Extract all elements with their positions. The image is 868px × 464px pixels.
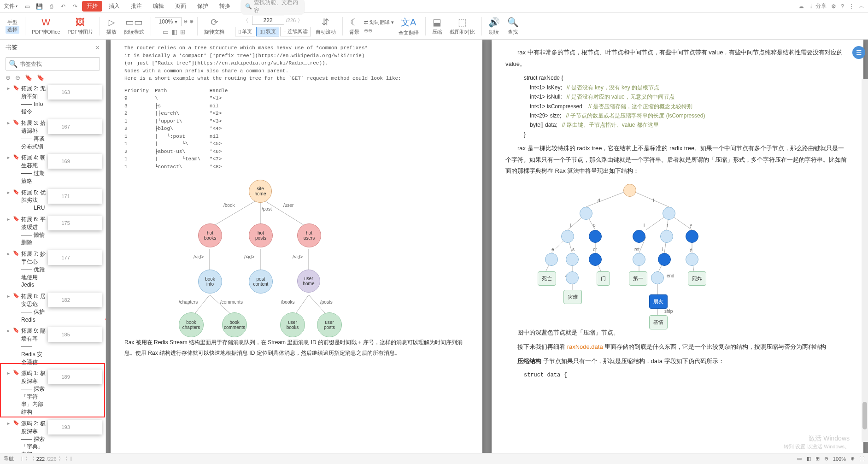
bookmark-icon: 🔖 [13,119,19,125]
expand-arrow-icon[interactable] [7,86,13,91]
zoom-in-icon[interactable]: ⊕ [189,18,194,24]
tab-protect[interactable]: 保护 [193,0,213,12]
read-aloud-button[interactable]: 🔊 朗读 [486,13,503,39]
bookmark-search[interactable]: 🔍 [6,57,100,70]
single-page-button[interactable]: ▯ 单页 [235,27,255,36]
bookmark-page-number: 167 [48,119,102,134]
fullscreen-icon[interactable]: ⛶ [859,456,864,462]
play-button[interactable]: ▷ 播放 [104,13,119,39]
expand-arrow-icon[interactable] [7,328,13,333]
r-para5: 压缩结构 子节点如果只有一个，那就是压缩结构，data 字段如下伪代码所示： [505,356,850,367]
fit-icon-2[interactable]: ◧ [171,28,177,35]
zoom-select[interactable]: 100% ▾ [155,17,182,26]
global-search[interactable]: 🔍 查找功能、文档内容 [240,0,305,15]
scrollbar-thumb[interactable] [862,402,867,429]
expand-arrow-icon[interactable] [7,155,13,160]
expand-arrow-icon[interactable] [7,421,13,426]
hand-tool[interactable]: 手型 [7,19,18,26]
bookmark-item[interactable]: 🔖 拓展 9: 隔墙有耳 —— Redis 安全通信 185 [0,325,106,368]
zoom-out-status[interactable]: ⊖ [824,456,828,462]
more-icon[interactable]: ⋮ [849,3,854,10]
share-button[interactable]: ⭳ 分享 [809,2,827,10]
bookmark-opt2-icon[interactable]: 🔖 [37,74,44,81]
find-button[interactable]: 🔍 查找 [504,13,522,39]
float-badge[interactable]: ☰ [852,46,865,59]
nav-prev-icon[interactable]: 〈 [29,455,35,462]
bookmark-item[interactable]: 🔖 源码 1: 极度深寒 —— 探索「字符串」内部结构 189 [0,368,106,418]
expand-arrow-icon[interactable] [7,217,13,222]
tab-convert[interactable]: 转换 [215,0,235,12]
double-page-button[interactable]: ▯▯ 双页 [256,27,279,36]
scrollbar[interactable] [862,79,868,442]
speaker-icon: 🔊 [488,17,500,28]
pdf-to-office-button[interactable]: W PDF转Office [29,13,63,39]
expand-arrow-icon[interactable] [7,294,13,299]
tab-insert[interactable]: 插入 [104,0,124,12]
bookmark-list[interactable]: 🔖 拓展 2: 无所不知 —— Info 指令 163 🔖 拓展 3: 拾遗漏补… [0,83,106,453]
collapse-icon[interactable]: ︿ [859,2,864,10]
reading-mode-button[interactable]: ▭▭ 阅读模式 [121,13,147,39]
print-icon[interactable]: ⎙ [46,1,56,12]
page-number-input[interactable] [252,16,284,25]
full-translate-button[interactable]: 文A 全文翻译 [396,13,422,39]
zoom-out-icon[interactable]: ⊖ [183,18,188,24]
prev-page-icon[interactable]: 〈 [241,17,250,24]
sidebar-title: 书签 [6,43,18,52]
bookmark-item[interactable]: 🔖 拓展 4: 朝生暮死 —— 过期策略 169 [0,152,106,187]
bookmark-item[interactable]: 🔖 拓展 8: 居安思危 —— 保护 Redis 182 [0,291,106,325]
help-icon[interactable]: ? [841,3,844,10]
pdf-to-image-button[interactable]: 🖼 PDF转图片 [65,13,96,39]
bookmark-item[interactable]: 🔖 源码 2: 极度深寒 —— 探索「字典」内部 193 [0,418,106,453]
bookmark-label: 拓展 8: 居安思危 —— 保护 Redis [21,293,48,323]
bookmark-item[interactable]: 🔖 拓展 3: 拾遗漏补 —— 再谈分布式锁 167 [0,117,106,152]
gear-icon[interactable]: ⚙ [831,3,836,10]
next-page-icon[interactable]: 〉 [296,17,305,24]
fit-icon-3[interactable]: ⊞ [180,28,186,35]
bookmark-page-number: 169 [48,154,102,169]
tab-edit[interactable]: 编辑 [148,0,169,12]
tab-annotate[interactable]: 批注 [126,0,147,12]
view-icon-2[interactable]: ◧ [806,456,811,462]
bookmark-item[interactable]: 🔖 拓展 7: 妙手仁心 —— 优雅地使用 Jedis 177 [0,248,106,291]
add-bookmark-icon[interactable]: ⊕ [6,74,11,81]
bookmark-item[interactable]: 🔖 拓展 2: 无所不知 —— Info 指令 163 [0,83,106,117]
save-icon[interactable]: 💾 [34,1,44,12]
auto-scroll-button[interactable]: ⇵ 自动滚动 [313,13,339,39]
r-para3: 图中的深蓝色节点就是「压缩」节点。 [505,327,850,339]
cloud-icon[interactable]: ☁ [798,3,804,10]
rotate-button[interactable]: ⟳ 旋转文档 [201,13,227,39]
expand-arrow-icon[interactable] [7,120,13,125]
compress-button[interactable]: ⬓ 压缩 [429,13,445,39]
tab-start[interactable]: 开始 [82,1,102,12]
struct-block: struct raxNode { int<1> isKey; // 是否没有 k… [524,73,850,139]
file-menu[interactable]: 文件 ▾ [4,2,18,10]
bookmark-page-number: 163 [48,85,102,100]
expand-arrow-icon[interactable] [7,190,13,195]
bookmark-item[interactable]: 🔖 拓展 6: 平波缓进 —— 懒惰删除 175 [0,214,106,248]
expand-arrow-icon[interactable] [7,251,13,256]
expand-arrow-icon[interactable] [7,370,13,376]
undo-icon[interactable]: ↶ [58,1,68,12]
tab-page[interactable]: 页面 [170,0,191,12]
nav-next-icon[interactable]: 〉 [59,455,64,462]
continuous-button[interactable]: ≡ 连续阅读 [280,27,311,36]
fit-icon-1[interactable]: ▭ [163,28,169,35]
word-translate-button[interactable]: ⇄ 划词翻译 ▾ [364,19,394,26]
bookmark-opt-icon[interactable]: 🔖 [25,74,32,81]
select-tool[interactable]: 选择 [6,26,19,34]
del-bookmark-icon[interactable]: ⊖ [15,74,20,81]
document-viewport[interactable]: The router relies on a tree structure wh… [106,40,868,453]
view-icon-3[interactable]: ⊞ [815,456,820,462]
open-icon[interactable]: ▭ [22,1,32,12]
bookmark-search-input[interactable] [20,61,97,67]
zoom-in-status[interactable]: ⊕ [850,456,855,462]
toggle-1[interactable]: ⊕⊖ [364,28,394,34]
screenshot-button[interactable]: ⬚ 截图和对比 [447,13,478,39]
background-button[interactable]: ☾ 背景 [346,13,362,39]
bookmark-item[interactable]: 🔖 拓展 5: 优胜劣汰 —— LRU 171 [0,187,106,214]
view-icon-1[interactable]: ▭ [797,456,802,462]
nav-last-icon[interactable]: 〉| [65,455,72,462]
nav-first-icon[interactable]: |〈 [21,455,28,462]
close-sidebar-icon[interactable]: ✕ [95,44,100,51]
redo-icon[interactable]: ↷ [70,1,80,12]
